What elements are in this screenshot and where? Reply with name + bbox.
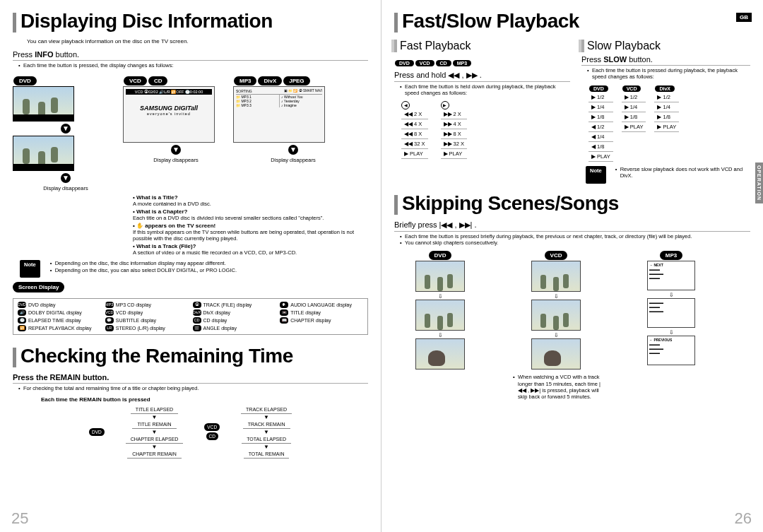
- arrow-down-icon: ▼: [171, 145, 181, 155]
- operation-side-tab: OPERATION: [755, 162, 763, 203]
- arrow-down-icon: ▼: [61, 124, 71, 134]
- press-info-head: Press INFO button.: [13, 50, 368, 61]
- legend-entry: 🔁REPEAT PLAYBACK display: [18, 325, 101, 331]
- mp3-list-thumb: ← PREVIOUS▬▬▬▬▬▬▬▬▬▬: [647, 336, 695, 365]
- fast-speed-grid: ◀◀◀ 2 X◀◀ 4 X◀◀ 8 X◀◀ 32 X▶ PLAY ▶▶▶ 2 X…: [401, 101, 570, 159]
- heading-skipping: Skipping Scenes/Songs: [394, 192, 750, 218]
- skip-instr: Briefly press |◀◀ , ▶▶| .: [394, 220, 750, 232]
- legend-entry: ⦿TRACK (FILE) display: [193, 302, 276, 308]
- page-number: 25: [11, 509, 28, 528]
- mp3-list-thumb: ▬▬▬▬▬▬▬▬▬▬▬: [647, 298, 695, 328]
- page-26: GB OPERATION Fast/Slow Playback Fast Pla…: [382, 0, 763, 532]
- dvd-scene-thumb: [415, 300, 465, 331]
- subtitle: You can view playback information on the…: [27, 38, 368, 45]
- vcd-scene-thumb: [531, 300, 581, 331]
- vcd-scene-thumb: [531, 338, 581, 370]
- screen-display-legend: DVDDVD displayMP3MP3 CD display⦿TRACK (F…: [13, 298, 368, 335]
- remain-flow: DVD TITLE ELAPSED▼TITLE REMAIN▼CHAPTER E…: [13, 406, 368, 459]
- legend-entry: MP3MP3 CD display: [105, 302, 189, 308]
- dvd-screenshot-top: [13, 86, 74, 122]
- gb-badge: GB: [736, 13, 752, 22]
- arrow-down-icon: ▼: [61, 173, 71, 183]
- legend-entry: 🎬ANGLE display: [193, 325, 276, 331]
- disc-columns: DVD ▼ ▼ Display disappears VCDCD VCD ⦿02…: [13, 73, 368, 191]
- press-remain-head: Press the REMAIN button.: [13, 373, 368, 384]
- slow-instr: Press SLOW button.: [581, 55, 750, 66]
- legend-entry: 💬SUBTITLE display: [105, 317, 189, 324]
- arrow-down-icon: ▼: [288, 145, 298, 155]
- legend-entry: 🔊DOLBY DIGITAL display: [18, 309, 101, 316]
- dvd-scene-thumb: [415, 338, 465, 370]
- legend-entry: VCDVCD display: [105, 309, 189, 316]
- mp3-screenshot: SORTING ▣ 📁 🔁 ⦿ SMART NAVI 📁 MP3 1 📁 MP3…: [233, 86, 325, 143]
- vcd-scene-thumb: [531, 261, 581, 292]
- legend-entry: 🗣AUDIO LANGUAGE display: [280, 302, 363, 308]
- info-bullet: Each time the button is pressed, the dis…: [18, 62, 368, 69]
- heading-remaining-time: Checking the Remaining Time: [13, 345, 368, 370]
- page-25: Displaying Disc Information You can view…: [0, 0, 382, 532]
- page-number: 26: [735, 509, 752, 528]
- heading-displaying-disc-info: Displaying Disc Information: [13, 10, 368, 35]
- legend-entry: LRSTEREO (L/R) display: [105, 325, 189, 331]
- legend-entry: 📖CHAPTER display: [280, 317, 363, 324]
- note-pill: Note: [20, 260, 40, 278]
- legend-entry: 🕐ELAPSED TIME display: [18, 317, 101, 324]
- skip-columns: DVD ⇩ ⇩ VCD ⇩ ⇩ When watching a VCD with…: [415, 250, 750, 405]
- screen-display-pill: Screen Display: [13, 282, 64, 292]
- legend-entry: DivXDivX display: [193, 309, 276, 316]
- dvd-screenshot-mid: [13, 136, 74, 171]
- dvd-scene-thumb: [415, 261, 465, 292]
- legend-entry: CDCD display: [193, 317, 276, 324]
- heading-fast-slow: Fast/Slow Playback: [394, 10, 750, 35]
- slow-speed-grid: DVD▶ 1/2▶ 1/4▶ 1/8◀ 1/2◀ 1/4◀ 1/8▶ PLAY …: [588, 85, 750, 162]
- legend-entry: 📼TITLE display: [280, 309, 363, 316]
- fast-instr: Press and hold ◀◀ , ▶▶ .: [394, 71, 570, 82]
- legend-entry: DVDDVD display: [18, 302, 101, 308]
- vcd-screenshot: VCD ⦿02/02 🔊L/R 🔁OFF 🕐0:02:00 SAMSUNG DI…: [123, 86, 215, 143]
- mp3-list-thumb: → NEXT▬▬▬▬▬▬▬▬▬▬: [647, 261, 695, 290]
